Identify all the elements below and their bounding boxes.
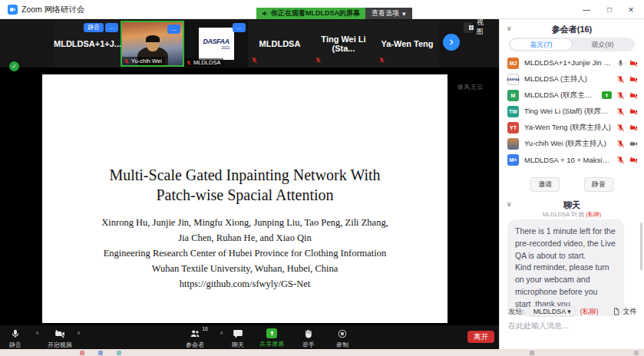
maximize-button[interactable]: □ [599,4,619,16]
send-file-button[interactable]: 文件 [613,307,637,317]
camera-off-icon[interactable] [629,124,638,132]
mute-all-button[interactable]: 静音 [584,177,613,192]
mic-muted-icon [124,58,130,64]
dasfaa-logo: DASFAA 2021 [199,28,234,60]
video-options-chevron[interactable]: ∧ [77,330,81,336]
video-tile-6[interactable]: Ya-Wen Teng [375,21,439,67]
chat-compose-row: 发给: MLDLDSA ▾ (私聊) 文件 [508,306,637,317]
zoom-webinar-window: Zoom 网络研讨会 你正在观看MLDLDSA的屏幕 查看选项▾ — □ × M… [0,0,644,356]
screen-sharing-badge [602,91,612,99]
mic-muted-icon[interactable] [616,91,625,100]
mute-button[interactable]: 静音 [9,328,21,349]
chat-button[interactable]: 聊天 [232,328,244,349]
start-video-button[interactable]: 开启视频 [48,328,72,349]
camera-off-icon[interactable] [629,75,638,84]
share-screen-button[interactable]: 共享屏幕 [259,328,284,348]
raise-hand-button[interactable]: 举手 [302,328,315,349]
avatar: M [507,90,519,101]
chat-sender-line: MLDLDSA 到 我 (私聊) [500,211,644,219]
participant-row[interactable]: M+ MLDLDSA + 10 + Maksim Zhuravs... [507,153,638,166]
chevron-right-icon [447,38,455,46]
close-button[interactable]: × [621,4,641,16]
video-strip: MLDLDSA+1+J... 静音 ... ... Yu-chih Wei DA… [0,19,499,68]
record-button[interactable]: 录制 [336,328,348,349]
taskbar-icon[interactable] [98,351,103,355]
record-icon [337,328,348,339]
camera-off-icon [54,328,65,339]
slide-url: https://github.com/sfwyly/GS-Net [42,276,447,292]
participants-count-badge: 16 [202,326,208,331]
leave-button[interactable]: 离开 [467,331,494,343]
window-titlebar: Zoom 网络研讨会 你正在观看MLDLDSA的屏幕 查看选项▾ — □ × [0,0,644,19]
shared-screen-area: 微风无云 Multi-Scale Gated Inpainting Networ… [0,68,499,325]
taskbar-icon[interactable] [117,351,121,355]
video-tile-2[interactable]: ... Yu-chih Wei [121,21,184,67]
mic-muted-icon [186,60,192,66]
window-title: Zoom 网络研讨会 [21,5,84,15]
mic-muted-icon [315,57,322,64]
sidebar-panel: ∨ 参会者(16) 嘉宾(7) 观众(9) MJ MLDLDSA+1+Junji… [499,19,644,349]
avatar: YT [507,122,519,134]
participant-row[interactable]: YT Ya-Wen Teng (联席主持人) [507,120,638,134]
tile-participant-name: Ting Wei Li (Sta... [312,35,375,53]
speaker-icon [262,10,269,17]
video-tile-5[interactable]: Ting Wei Li (Sta... [312,21,375,67]
tile-participant-name: Ya-Wen Teng [375,39,439,48]
camera-on-icon[interactable] [629,140,638,148]
participants-header: 参会者(16) [500,24,644,35]
camera-off-icon[interactable] [629,107,638,116]
camera-off-icon[interactable] [629,59,638,68]
view-layout-button[interactable]: 视图 [464,22,473,33]
mic-muted-icon[interactable] [616,156,625,164]
tile-more-button[interactable]: ... [233,23,246,32]
mic-muted-icon[interactable] [616,140,625,148]
tab-attendees[interactable]: 观众(9) [572,39,633,50]
tab-panelists[interactable]: 嘉宾(7) [510,39,572,50]
chat-header: 聊天 [500,199,644,211]
video-tile-3[interactable]: DASFAA 2021 ... MLDLDSA [184,21,248,67]
mute-options-chevron[interactable]: ∧ [35,330,39,336]
mic-muted-icon[interactable] [616,107,625,116]
private-tag: (私聊) [586,211,601,218]
participant-row[interactable]: Yu-chih Wei (联席主持人) [507,137,638,150]
minimize-button[interactable]: — [576,4,596,16]
participants-actions: 邀请 静音 [500,177,644,192]
tile-name-overlay: MLDLDSA [184,58,223,67]
file-icon [613,307,620,316]
security-shield-icon[interactable]: ✓ [9,61,19,71]
taskbar-icon[interactable] [80,351,84,355]
windows-taskbar[interactable] [0,349,644,356]
taskbar-tray-icon[interactable] [530,351,534,355]
mic-icon [10,328,21,339]
tile-more-button[interactable]: ... [105,23,118,32]
participants-options-chevron[interactable]: ∧ [220,330,223,336]
recipient-select[interactable]: MLDLDSA ▾ [529,306,576,317]
video-tile-1[interactable]: MLDLDSA+1+J... 静音 ... [54,21,121,67]
participant-row[interactable]: M MLDLDSA (联席主持人) [507,88,638,102]
video-tile-4[interactable]: MLDLDSA [248,21,312,67]
mic-muted-icon[interactable] [616,124,625,132]
send-to-label: 发给: [508,307,525,317]
tile-name-overlay: Yu-chih Wei [122,57,165,65]
view-options-button[interactable]: 查看选项▾ [365,8,412,19]
grid-icon [468,25,474,31]
participant-row[interactable]: TW Ting Wei Li (Staff) (联席主持人) [507,104,638,118]
camera-off-icon[interactable] [629,91,638,100]
invite-button[interactable]: 邀请 [530,177,560,192]
taskbar-tray-icon[interactable] [634,351,639,355]
mic-muted-icon[interactable] [616,75,625,84]
camera-off-icon[interactable] [629,156,638,164]
tile-mute-button[interactable]: 静音 [84,23,104,32]
participants-button[interactable]: 16 参会者 [186,328,204,349]
mic-on-icon[interactable] [616,59,625,68]
participant-row[interactable]: MJ MLDLDSA+1+Junjie Jin (我) [507,56,638,70]
participant-row[interactable]: DASFAA MLDLDSA (主持人) [507,72,638,86]
chat-scrollbar[interactable] [640,222,642,270]
tile-participant-name: MLDLDSA+1+J... [54,39,121,48]
chat-message-input[interactable] [508,321,637,330]
tile-more-button[interactable]: ... [167,25,180,34]
private-indicator: (私聊) [580,307,599,317]
chevron-down-icon: ▾ [402,10,406,18]
avatar-photo [507,138,519,150]
next-videos-button[interactable] [443,34,460,51]
